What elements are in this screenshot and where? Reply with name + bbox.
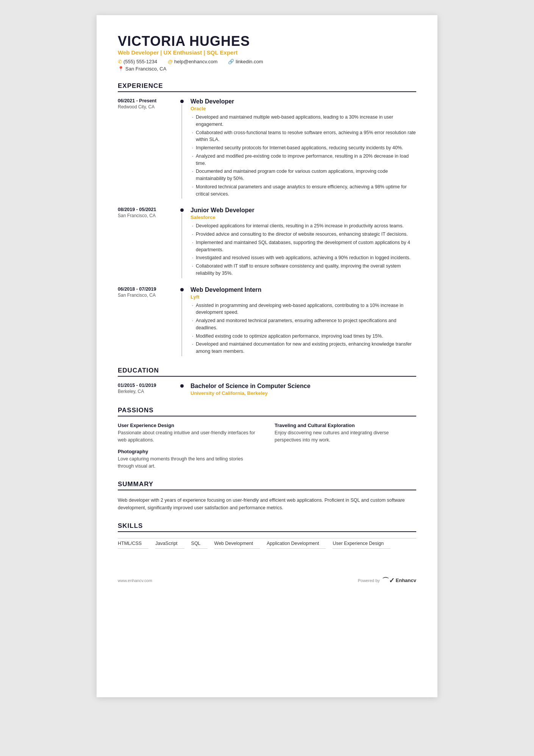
entry-dot-3	[180, 288, 184, 291]
edu-location: Berkeley, CA	[118, 389, 175, 394]
summary-text: Web developer with 2 years of experience…	[118, 496, 416, 512]
logo-icon: ⌒✓	[382, 576, 395, 585]
bullets-3: Assisted in programming and developing w…	[190, 302, 416, 355]
job-title-3: Web Development Intern	[190, 286, 416, 293]
entry-location-2: San Francisco, CA	[118, 213, 175, 218]
resume-page: VICTORIA HUGHES Web Developer | UX Enthu…	[97, 15, 437, 697]
phone-value: (555) 555-1234	[123, 59, 157, 64]
location-icon: 📍	[118, 66, 124, 72]
entry-date-3: 06/2018 - 07/2019	[118, 286, 175, 292]
bullet-item: Documented and maintained program code f…	[190, 168, 416, 182]
skill-4: Web Development	[214, 538, 260, 549]
email-value: help@enhancv.com	[174, 59, 217, 64]
bullets-1: Developed and maintained multiple web-ba…	[190, 114, 416, 197]
bullet-item: Collaborated with IT staff to ensure sof…	[190, 263, 416, 277]
edu-content: Bachelor of Science in Computer Science …	[185, 383, 416, 396]
footer-url: www.enhancv.com	[118, 578, 152, 583]
entry-location-1: Redwood City, CA	[118, 104, 175, 110]
edu-divider	[178, 383, 185, 396]
entry-date-col-1: 06/2021 - Present Redwood City, CA	[118, 98, 178, 199]
skills-list: HTML/CSS JavaScript SQL Web Development …	[118, 538, 416, 549]
bullet-item: Assisted in programming and developing w…	[190, 302, 416, 316]
powered-by-label: Powered by	[358, 578, 380, 583]
location-value: San Francisco, CA	[125, 66, 166, 72]
email-icon: @	[168, 59, 173, 64]
passion-desc-3: Love capturing moments through the lens …	[118, 455, 259, 470]
entry-divider-3	[178, 286, 185, 356]
entry-dot-1	[180, 100, 184, 103]
entry-content-1: Web Developer Oracle Developed and maint…	[185, 98, 416, 199]
contact-row: ✆ (555) 555-1234 @ help@enhancv.com 🔗 li…	[118, 59, 416, 64]
entry-date-col-3: 06/2018 - 07/2019 San Francisco, CA	[118, 286, 178, 356]
edu-dot	[180, 384, 184, 388]
entry-line-3	[181, 293, 182, 356]
passion-title-3: Photography	[118, 449, 259, 454]
header-section: VICTORIA HUGHES Web Developer | UX Enthu…	[118, 33, 416, 72]
location-row: 📍 San Francisco, CA	[118, 66, 416, 72]
bullet-item: Analyzed and modified pre-existing code …	[190, 153, 416, 167]
entry-location-3: San Francisco, CA	[118, 293, 175, 298]
experience-entry-2: 08/2019 - 05/2021 San Francisco, CA Juni…	[118, 207, 416, 278]
skill-2: JavaScript	[155, 538, 184, 549]
passion-item-3: Photography Love capturing moments throu…	[118, 449, 259, 470]
passion-title-2: Traveling and Cultural Exploration	[275, 423, 416, 428]
bullet-item: Investigated and resolved issues with we…	[190, 254, 416, 261]
passions-section: PASSIONS User Experience Design Passiona…	[118, 407, 416, 470]
candidate-name: VICTORIA HUGHES	[118, 33, 416, 49]
entry-date-col-2: 08/2019 - 05/2021 San Francisco, CA	[118, 207, 178, 278]
link-icon: 🔗	[228, 59, 234, 64]
skills-title: SKILLS	[118, 522, 416, 532]
bullet-item: Developed applications for internal clie…	[190, 222, 416, 230]
bullet-item: Developed and maintained documentation f…	[190, 341, 416, 355]
brand-name: Enhancv	[396, 578, 416, 583]
education-entry-1: 01/2015 - 01/2019 Berkeley, CA Bachelor …	[118, 383, 416, 396]
entry-dot-2	[180, 208, 184, 212]
edu-degree: Bachelor of Science in Computer Science	[190, 383, 416, 390]
bullet-item: Collaborated with cross-functional teams…	[190, 129, 416, 144]
passions-grid: User Experience Design Passionate about …	[118, 423, 416, 470]
skill-1: HTML/CSS	[118, 538, 148, 549]
entry-content-3: Web Development Intern Lyft Assisted in …	[185, 286, 416, 356]
passion-item-2: Traveling and Cultural Exploration Enjoy…	[275, 423, 416, 444]
job-title-2: Junior Web Developer	[190, 207, 416, 214]
footer-powered-by: Powered by ⌒✓ Enhancv	[358, 576, 416, 585]
job-title-1: Web Developer	[190, 98, 416, 105]
skill-3: SQL	[191, 538, 208, 549]
passion-title-1: User Experience Design	[118, 423, 259, 428]
candidate-title: Web Developer | UX Enthusiast | SQL Expe…	[118, 49, 416, 56]
entry-line-1	[181, 104, 182, 199]
bullet-item: Monitored technical parameters and usage…	[190, 183, 416, 198]
linkedin-value: linkedin.com	[236, 59, 263, 64]
company-1: Oracle	[190, 106, 416, 111]
edu-date-col: 01/2015 - 01/2019 Berkeley, CA	[118, 383, 178, 396]
company-3: Lyft	[190, 294, 416, 300]
bullet-item: Provided advice and consulting to the di…	[190, 231, 416, 238]
bullet-item: Implemented and maintained SQL databases…	[190, 239, 416, 254]
experience-entry-3: 06/2018 - 07/2019 San Francisco, CA Web …	[118, 286, 416, 356]
linkedin-contact: 🔗 linkedin.com	[228, 59, 263, 64]
phone-icon: ✆	[118, 59, 122, 64]
entry-date-1: 06/2021 - Present	[118, 98, 175, 103]
skills-section: SKILLS HTML/CSS JavaScript SQL Web Devel…	[118, 522, 416, 549]
experience-entry-1: 06/2021 - Present Redwood City, CA Web D…	[118, 98, 416, 199]
passion-desc-1: Passionate about creating intuitive and …	[118, 429, 259, 444]
bullet-item: Analyzed and monitored technical paramet…	[190, 317, 416, 332]
education-title: EDUCATION	[118, 367, 416, 377]
passion-desc-2: Enjoy discovering new cultures and integ…	[275, 429, 416, 444]
entry-divider-2	[178, 207, 185, 278]
experience-title: EXPERIENCE	[118, 82, 416, 92]
company-2: Salesforce	[190, 214, 416, 220]
phone-contact: ✆ (555) 555-1234	[118, 59, 157, 64]
education-section: EDUCATION 01/2015 - 01/2019 Berkeley, CA…	[118, 367, 416, 396]
summary-title: SUMMARY	[118, 481, 416, 490]
edu-school: University of California, Berkeley	[190, 390, 416, 396]
entry-date-2: 08/2019 - 05/2021	[118, 207, 175, 212]
bullet-item: Developed and maintained multiple web-ba…	[190, 114, 416, 128]
skill-6: User Experience Design	[333, 538, 390, 549]
entry-content-2: Junior Web Developer Salesforce Develope…	[185, 207, 416, 278]
bullet-item: Modified existing code to optimize appli…	[190, 333, 416, 340]
bullet-item: Implemented security protocols for Inter…	[190, 144, 416, 152]
entry-divider-1	[178, 98, 185, 199]
summary-section: SUMMARY Web developer with 2 years of ex…	[118, 481, 416, 512]
page-footer: www.enhancv.com Powered by ⌒✓ Enhancv	[118, 571, 416, 585]
